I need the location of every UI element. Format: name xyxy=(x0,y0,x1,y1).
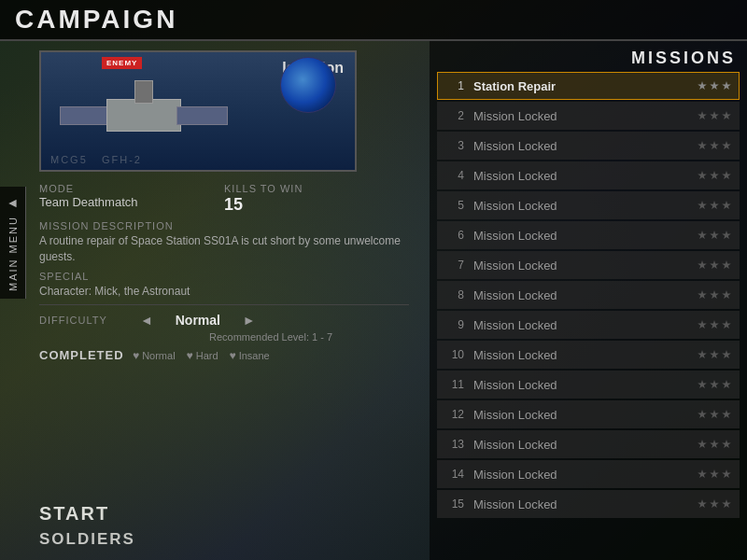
mission-number: 9 xyxy=(445,318,464,331)
difficulty-value: Normal xyxy=(161,313,235,328)
difficulty-label: DIFFICULTY xyxy=(39,315,133,326)
heart-normal-icon: ♥ xyxy=(133,349,139,362)
mission-list-item[interactable]: 11Mission Locked xyxy=(437,371,740,399)
star-icon xyxy=(710,201,719,210)
mission-name: Mission Locked xyxy=(473,318,698,332)
star-icon xyxy=(698,350,707,359)
mission-number: 2 xyxy=(445,109,464,122)
star-icon xyxy=(710,111,719,120)
star-icon xyxy=(698,499,707,509)
mission-list-item[interactable]: 14Mission Locked xyxy=(437,460,740,488)
solar-panel-right xyxy=(176,106,228,125)
star-icon xyxy=(710,440,719,449)
mission-list-item[interactable]: 12Mission Locked xyxy=(437,400,740,428)
mission-list-item[interactable]: 10Mission Locked xyxy=(437,341,740,369)
star-icon xyxy=(710,380,719,389)
heart-hard-icon: ♥ xyxy=(187,349,193,362)
star-icon xyxy=(710,171,719,180)
star-icon xyxy=(722,290,731,300)
divider xyxy=(39,304,409,305)
mode-label: MODE xyxy=(39,183,224,194)
mode-kills-row: MODE Team Deathmatch KILLS TO WIN 15 xyxy=(39,183,409,215)
star-icon xyxy=(698,440,707,449)
mission-stars xyxy=(698,410,731,419)
mission-name: Station Repair xyxy=(473,79,698,93)
mission-list-item[interactable]: 13Mission Locked xyxy=(437,430,740,458)
mission-number: 7 xyxy=(445,259,464,272)
mission-stars xyxy=(698,350,731,359)
completed-row: COMPLETED ♥ Normal ♥ Hard ♥ Insane xyxy=(39,348,409,362)
mission-number: 13 xyxy=(445,438,464,451)
mission-list-item[interactable]: 15Mission Locked xyxy=(437,490,740,518)
mission-stars xyxy=(698,469,731,479)
mission-list-item[interactable]: 4Mission Locked xyxy=(437,161,740,189)
star-icon xyxy=(698,320,707,329)
kills-value: 15 xyxy=(224,195,409,215)
mission-list-item[interactable]: 3Mission Locked xyxy=(437,132,740,160)
mission-number: 14 xyxy=(445,468,464,481)
star-icon xyxy=(722,111,731,120)
left-panel: ENEMY Isolation MCG5 GFH-2 MODE Team Dea… xyxy=(26,41,418,560)
difficulty-right-arrow[interactable]: ► xyxy=(235,313,263,328)
main-menu-tab[interactable]: ◄ MAIN MENU xyxy=(0,187,26,299)
star-icon xyxy=(722,350,731,359)
star-icon xyxy=(710,290,719,300)
mission-name: Mission Locked xyxy=(473,468,698,482)
mission-stars xyxy=(698,231,731,240)
star-icon xyxy=(722,260,731,270)
star-icon xyxy=(698,111,707,120)
kills-col: KILLS TO WIN 15 xyxy=(224,183,409,215)
page-title: CAMPAIGN xyxy=(15,5,177,35)
mission-number: 3 xyxy=(445,139,464,152)
mission-stars xyxy=(698,290,731,300)
star-icon xyxy=(722,201,731,210)
star-icon xyxy=(722,380,731,389)
star-icon xyxy=(710,320,719,329)
mission-name: Mission Locked xyxy=(473,109,698,123)
mission-stars xyxy=(698,380,731,389)
kills-label: KILLS TO WIN xyxy=(224,183,409,194)
mission-stars xyxy=(698,201,731,210)
mission-stars xyxy=(698,81,731,91)
station-body xyxy=(106,99,181,132)
star-icon xyxy=(698,410,707,419)
mission-list-item[interactable]: 5Mission Locked xyxy=(437,191,740,219)
desc-text: A routine repair of Space Station SS01A … xyxy=(39,233,409,265)
mission-name: Mission Locked xyxy=(473,438,698,452)
mission-name: Mission Locked xyxy=(473,288,698,302)
mission-list-item[interactable]: 2Mission Locked xyxy=(437,102,740,130)
mode-overlay-text: MCG5 GFH-2 xyxy=(50,154,142,165)
mission-name: Mission Locked xyxy=(473,169,698,183)
star-icon xyxy=(710,350,719,359)
mission-number: 8 xyxy=(445,288,464,301)
difficulty-row: DIFFICULTY ◄ Normal ► xyxy=(39,313,409,328)
star-icon xyxy=(710,410,719,419)
mission-number: 6 xyxy=(445,229,464,242)
special-section: SPECIAL Character: Mick, the Astronaut xyxy=(39,271,409,300)
header: CAMPAIGN xyxy=(0,0,747,41)
mission-list-item[interactable]: 8Mission Locked xyxy=(437,281,740,309)
mission-list-item[interactable]: 9Mission Locked xyxy=(437,311,740,339)
heart-insane-icon: ♥ xyxy=(230,349,236,362)
mission-list-item[interactable]: 7Mission Locked xyxy=(437,251,740,279)
star-icon xyxy=(722,231,731,240)
mission-stars xyxy=(698,320,731,329)
mission-name: Mission Locked xyxy=(473,229,698,243)
mission-stars xyxy=(698,171,731,180)
difficulty-left-arrow[interactable]: ◄ xyxy=(133,313,161,328)
star-icon xyxy=(710,81,719,91)
mission-list-item[interactable]: 1Station Repair xyxy=(437,72,740,100)
completed-normal-label: Normal xyxy=(142,350,175,361)
star-icon xyxy=(722,81,731,91)
mission-number: 4 xyxy=(445,169,464,182)
planet-graphic xyxy=(280,57,336,113)
star-icon xyxy=(722,410,731,419)
enemy-label: ENEMY xyxy=(102,57,142,69)
mission-number: 10 xyxy=(445,348,464,361)
mission-name: Mission Locked xyxy=(473,408,698,422)
completed-normal: ♥ Normal xyxy=(133,349,176,362)
side-menu-label: MAIN MENU xyxy=(7,216,19,291)
star-icon xyxy=(698,290,707,300)
star-icon xyxy=(698,171,707,180)
mission-list-item[interactable]: 6Mission Locked xyxy=(437,221,740,249)
